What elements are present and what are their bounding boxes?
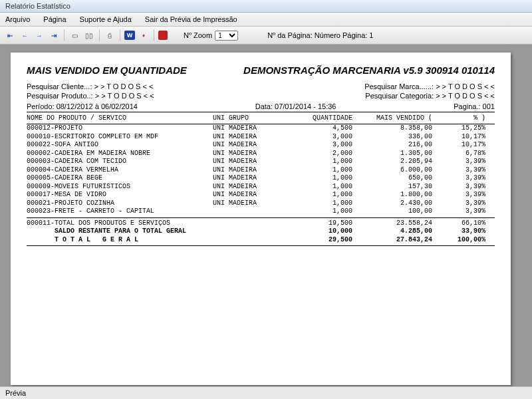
cell-qtd: 3,000 <box>286 133 352 142</box>
cell-pct: 3,39% <box>432 174 485 183</box>
cell-val: 157,30 <box>352 183 432 192</box>
separator <box>154 29 154 41</box>
menu-arquivo[interactable]: Arquivo <box>3 14 33 25</box>
filter-produto: Pesquisar Produto..: > > T O D O S < < <box>27 92 154 100</box>
col-qtd: QUANTIDADE <box>286 114 352 122</box>
cell-nome: 000017-MESA DE VIDRO <box>27 191 213 200</box>
cell-uni: UNI MADEIRA <box>213 133 286 142</box>
cell-val: 1.800,00 <box>352 191 432 200</box>
cell-nome: 000021-PROJETO COZINHA <box>27 200 213 208</box>
cell-nome: 000022-SOFA ANTIGO <box>27 141 213 150</box>
cell-pct: 3,39% <box>432 183 485 192</box>
cell-pct: 15,25% <box>432 124 485 133</box>
data-rows: 000012-PROJETOUNI MADEIRA4,5008.358,0015… <box>27 124 495 216</box>
last-page-icon[interactable]: ⇥ <box>48 29 60 41</box>
stop-icon[interactable] <box>158 31 168 40</box>
cell-uni: UNI MADEIRA <box>213 183 286 192</box>
cell-pct: 3,39% <box>432 158 485 166</box>
cell-uni: UNI MADEIRA <box>213 200 286 208</box>
page-label: Pagina.: 001 <box>454 102 495 110</box>
print-icon[interactable]: ⎙ <box>104 29 116 41</box>
single-page-icon[interactable]: ▭ <box>68 29 80 41</box>
status-text: Prévia <box>5 389 26 394</box>
cell-qtd: 1,000 <box>286 166 352 175</box>
table-row: 000002-CADEIRA EM MADEIRA NOBREUNI MADEI… <box>27 150 495 158</box>
col-pct: % ) <box>432 114 485 122</box>
cell-qtd: 1,000 <box>286 158 352 166</box>
col-mais: MAIS VENDIDO ( <box>352 114 432 122</box>
cell-nome: T O T A L G E R A L <box>27 236 213 245</box>
report-page: MAIS VENDIDO EM QUANTIDADE DEMONSTRAÇÃO … <box>11 53 511 385</box>
cell-qtd: 3,000 <box>286 141 352 150</box>
cell-val: 336,00 <box>352 133 432 142</box>
cell-pct: 3,39% <box>432 200 485 208</box>
cell-nome: 000002-CADEIRA EM MADEIRA NOBRE <box>27 150 213 158</box>
cell-nome: 000003-CADEIRA COM TECIDO <box>27 158 213 166</box>
prev-page-icon[interactable]: ← <box>19 29 31 41</box>
cell-val: 4.285,00 <box>352 227 432 236</box>
cell-pct: 66,10% <box>432 219 485 228</box>
cell-val: 6.000,00 <box>352 166 432 175</box>
preview-area[interactable]: MAIS VENDIDO EM QUANTIDADE DEMONSTRAÇÃO … <box>0 45 532 394</box>
table-row: 000005-CADEIRA BEGEUNI MADEIRA1,000650,0… <box>27 174 495 183</box>
first-page-icon[interactable]: ⇤ <box>4 29 16 41</box>
cell-nome: 000011-TOTAL DOS PRODUTOS E SERVIÇOS <box>27 219 213 228</box>
cell-val: 2.205,94 <box>352 158 432 166</box>
cell-pct: 10,17% <box>432 141 485 150</box>
cell-pct: 3,39% <box>432 191 485 200</box>
cell-pct: 3,39% <box>432 207 485 216</box>
cell-nome: 000023-FRETE - CARRETO - CAPITAL <box>27 207 213 216</box>
zoom-label: Nº Zoom <box>184 31 212 39</box>
window-title: Relatório Estatístico <box>5 2 70 10</box>
toolbar: ⇤ ← → ⇥ ▭ ▯▯ ⎙ W ♦ Nº Zoom 1 Nº da Págin… <box>0 27 532 45</box>
cell-uni: UNI MADEIRA <box>213 166 286 175</box>
total-row: SALDO RESTANTE PARA O TOTAL GERAL10,0004… <box>27 227 495 236</box>
totals-section: 000011-TOTAL DOS PRODUTOS E SERVIÇOS19,5… <box>27 217 495 247</box>
cell-uni: UNI MADEIRA <box>213 141 286 150</box>
cell-val: 27.843,24 <box>352 236 432 245</box>
table-row: 000023-FRETE - CARRETO - CAPITAL1,000100… <box>27 207 495 216</box>
cell-qtd: 1,000 <box>286 174 352 183</box>
cell-qtd: 19,500 <box>286 219 352 228</box>
cell-val: 23.558,24 <box>352 219 432 228</box>
table-row: 000012-PROJETOUNI MADEIRA4,5008.358,0015… <box>27 124 495 133</box>
period-label: Período: 08/12/2012 à 06/02/2014 <box>27 102 138 110</box>
pdf-export-icon[interactable]: ♦ <box>138 29 150 41</box>
cell-qtd: 29,500 <box>286 236 352 245</box>
table-row: 000017-MESA DE VIDROUNI MADEIRA1,0001.80… <box>27 191 495 200</box>
multi-page-icon[interactable]: ▯▯ <box>83 29 95 41</box>
cell-uni: UNI MADEIRA <box>213 150 286 158</box>
cell-uni: UNI MADEIRA <box>213 174 286 183</box>
table-row: 000004-CADEIRA VERMELHAUNI MADEIRA1,0006… <box>27 166 495 175</box>
cell-nome: SALDO RESTANTE PARA O TOTAL GERAL <box>27 227 213 236</box>
cell-qtd: 1,000 <box>286 200 352 208</box>
cell-uni: UNI MADEIRA <box>213 191 286 200</box>
cell-uni: UNI MADEIRA <box>213 124 286 133</box>
zoom-select[interactable]: 1 <box>215 31 238 41</box>
menu-suporte[interactable]: Suporte e Ajuda <box>77 14 134 25</box>
filter-marca: Pesquisar Marca......: > > T O D O S < < <box>364 82 495 90</box>
page-number-label: Nº da Página: Número Página: 1 <box>267 31 373 39</box>
cell-val: 2.430,00 <box>352 200 432 208</box>
menubar: Arquivo Página Suporte e Ajuda Sair da P… <box>0 13 532 27</box>
cell-uni: UNI MADEIRA <box>213 158 286 166</box>
table-row: 000003-CADEIRA COM TECIDOUNI MADEIRA1,00… <box>27 158 495 166</box>
table-row: 000021-PROJETO COZINHAUNI MADEIRA1,0002.… <box>27 200 495 208</box>
cell-nome: 000012-PROJETO <box>27 124 213 133</box>
statusbar: Prévia <box>0 386 532 394</box>
cell-pct: 6,78% <box>432 150 485 158</box>
next-page-icon[interactable]: → <box>33 29 45 41</box>
cell-qtd: 1,000 <box>286 183 352 192</box>
cell-nome: 000004-CADEIRA VERMELHA <box>27 166 213 175</box>
word-export-icon[interactable]: W <box>124 31 135 40</box>
cell-pct: 100,00% <box>432 236 485 245</box>
col-uni: UNI GRUPO <box>213 114 286 122</box>
col-nome: NOME DO PRODUTO / SERVICO <box>27 114 213 122</box>
filter-categoria: Pesquisar Categoria: > > T O D O S < < <box>365 92 495 100</box>
menu-sair[interactable]: Sair da Prévia de Impressão <box>142 14 240 25</box>
report-title-left: MAIS VENDIDO EM QUANTIDADE <box>27 65 187 76</box>
menu-pagina[interactable]: Página <box>41 14 68 25</box>
cell-val: 8.358,00 <box>352 124 432 133</box>
table-row: 000009-MOVEIS FUTURISTICOSUNI MADEIRA1,0… <box>27 183 495 192</box>
cell-val: 100,00 <box>352 207 432 216</box>
